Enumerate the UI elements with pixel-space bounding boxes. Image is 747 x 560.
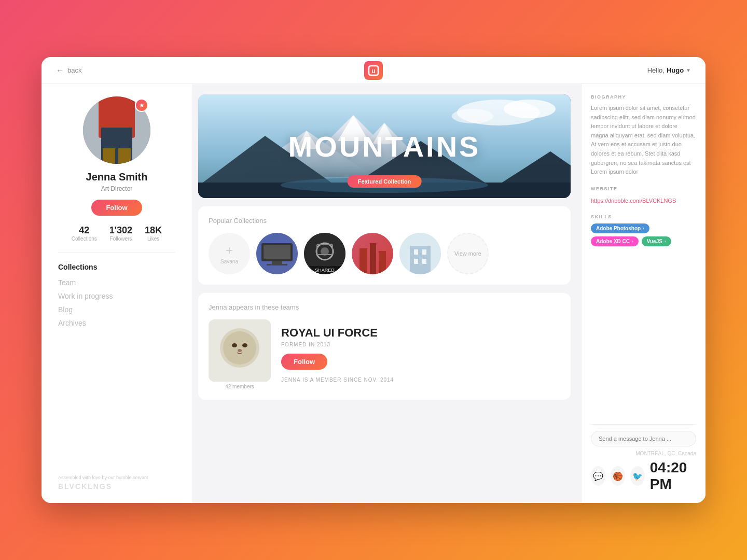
profile-title: Art Director: [101, 185, 133, 192]
greeting-prefix: Hello,: [647, 66, 665, 74]
user-greeting[interactable]: Hello, Hugo ▼: [647, 66, 691, 74]
sidebar-item-blog[interactable]: Blog: [58, 305, 175, 314]
app-container: ← back u Hello, Hugo ▼: [42, 57, 706, 503]
logo-icon: u: [364, 61, 383, 80]
sidebar-item-archives[interactable]: Archives: [58, 319, 175, 327]
right-panel: BIOGRAPHY Lorem ipsum dolor sit amet, co…: [581, 84, 706, 503]
svg-point-12: [452, 109, 493, 123]
svg-rect-42: [422, 259, 426, 264]
skill-vue-label: VueJS: [647, 239, 662, 244]
skills-row: Adobe Photoshop › Adobe XD CC › VueJS ›: [591, 223, 696, 246]
collections-label: Collections: [72, 236, 97, 242]
location-text: MONTRÉAL, QC, Canada: [591, 451, 696, 456]
back-arrow-icon: ←: [56, 66, 64, 75]
team-follow-button[interactable]: Follow: [281, 354, 327, 370]
skill-ps-label: Adobe Photoshop: [596, 226, 641, 231]
team-row: 42 members ROYAL UI FORCE FORMED IN 2013…: [209, 319, 560, 389]
avatar-container: ★: [83, 96, 150, 164]
team-info: ROYAL UI FORCE FORMED IN 2013 Follow JEN…: [281, 326, 560, 383]
twitter-icon: 🐦: [632, 471, 643, 481]
team-card: Jenna appears in these teams: [198, 293, 571, 400]
collection-thumb-city[interactable]: [352, 233, 393, 274]
biography-section: BIOGRAPHY Lorem ipsum dolor sit amet, co…: [591, 94, 696, 177]
message-input-section: MONTRÉAL, QC, Canada 💬 🏀 🐦 04:20 PM: [591, 424, 696, 493]
followers-label: Followers: [110, 236, 132, 242]
skill-xd[interactable]: Adobe XD CC ›: [591, 236, 639, 246]
view-more-button[interactable]: View more: [447, 233, 489, 274]
sidebar-item-work[interactable]: Work in progress: [58, 292, 175, 300]
team-avatar: [209, 319, 271, 382]
dribbble-button[interactable]: 🏀: [611, 466, 625, 486]
shared-label: SHARED: [304, 266, 345, 274]
hero-banner: MOUNTAINS Featured Collection: [198, 94, 571, 198]
svg-point-47: [242, 343, 247, 347]
website-link[interactable]: https://dribbble.com/BLVCKLNGS: [591, 198, 676, 204]
stat-collections: 42 Collections: [72, 225, 97, 242]
team-formed: FORMED IN 2013: [281, 342, 560, 347]
svg-point-45: [220, 328, 259, 368]
sidebar-item-team[interactable]: Team: [58, 278, 175, 287]
back-label: back: [67, 66, 81, 74]
message-input[interactable]: [591, 431, 696, 446]
username: Hugo: [667, 66, 684, 74]
skills-label: SKILLS: [591, 214, 696, 219]
collection-thumb-building[interactable]: [399, 233, 441, 274]
svg-rect-38: [410, 246, 431, 274]
building-icon: [399, 233, 441, 274]
city-icon: [352, 233, 393, 274]
profile-section: ★ Jenna Smith Art Director Follow 42 Col…: [58, 96, 175, 253]
logo[interactable]: u: [364, 61, 383, 80]
svg-rect-41: [414, 259, 418, 264]
main-content: ★ Jenna Smith Art Director Follow 42 Col…: [42, 84, 706, 503]
stat-followers: 1'302 Followers: [109, 225, 132, 242]
skills-section: SKILLS Adobe Photoshop › Adobe XD CC › V…: [591, 214, 696, 246]
svg-rect-40: [422, 249, 426, 255]
time-display: 04:20 PM: [650, 459, 696, 493]
collection-thumb-shared[interactable]: SHARED: [304, 233, 345, 274]
team-name: ROYAL UI FORCE: [281, 326, 560, 340]
svg-point-46: [232, 343, 237, 347]
svg-rect-35: [370, 243, 376, 274]
back-button[interactable]: ← back: [56, 66, 81, 75]
svg-point-48: [238, 349, 242, 352]
likes-count: 18K: [145, 225, 162, 236]
right-panel-spacer: [591, 256, 696, 424]
lion-illustration: [209, 319, 271, 382]
chevron-down-icon: ▼: [686, 67, 691, 73]
skill-xd-label: Adobe XD CC: [596, 239, 630, 244]
social-icons-row: 💬 🏀 🐦 04:20 PM: [591, 459, 696, 493]
header: ← back u Hello, Hugo ▼: [42, 57, 706, 84]
skill-xd-arrow-icon: ›: [632, 239, 633, 244]
team-avatar-wrap: 42 members: [209, 319, 271, 389]
stat-likes: 18K Likes: [145, 225, 162, 242]
chat-icon: 💬: [593, 471, 603, 481]
biography-text: Lorem ipsum dolor sit amet, consetetur s…: [591, 104, 696, 177]
popular-collections-title: Popular Collections: [209, 217, 560, 225]
chat-button[interactable]: 💬: [591, 466, 605, 486]
likes-label: Likes: [147, 236, 159, 242]
skill-vue[interactable]: VueJS ›: [642, 236, 671, 246]
website-section: WEBSITE https://dribbble.com/BLVCKLNGS: [591, 186, 696, 205]
brand-footer: BLVCKLNGS: [58, 482, 175, 491]
assembled-text: Assembled with love by our humble servan…: [58, 475, 175, 480]
collections-heading: Collections: [58, 263, 175, 271]
dribbble-icon: 🏀: [613, 471, 623, 481]
follow-button[interactable]: Follow: [91, 200, 142, 216]
add-collection-button[interactable]: + Savana: [209, 233, 250, 274]
followers-count: 1'302: [109, 225, 132, 236]
skill-photoshop[interactable]: Adobe Photoshop ›: [591, 223, 649, 233]
svg-text:u: u: [371, 67, 375, 75]
avatar-badge: ★: [135, 99, 148, 112]
collection-thumb-1[interactable]: [256, 233, 298, 274]
logo-svg: u: [368, 65, 379, 76]
featured-badge[interactable]: Featured Collection: [348, 175, 422, 188]
popular-collections-card: Popular Collections + Savana: [198, 206, 571, 285]
twitter-button[interactable]: 🐦: [630, 466, 645, 486]
skill-ps-arrow-icon: ›: [643, 226, 644, 231]
skill-vue-arrow-icon: ›: [665, 239, 666, 244]
collections-count: 42: [79, 225, 89, 236]
hero-title: MOUNTAINS: [288, 130, 481, 163]
website-label: WEBSITE: [591, 186, 696, 191]
view-more-label: View more: [454, 250, 481, 257]
collections-section: Collections Team Work in progress Blog A…: [58, 263, 175, 465]
